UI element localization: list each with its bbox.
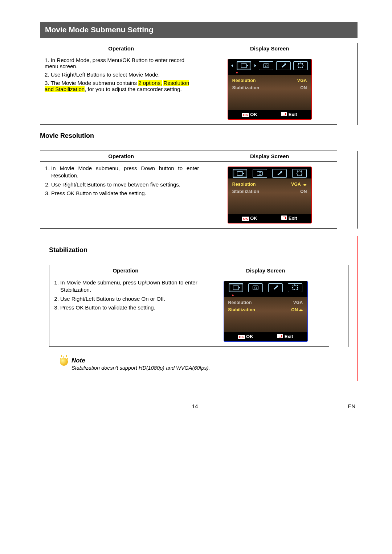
lcd-screenshot: ▼ Resolution VGA Stabilization ON bbox=[228, 59, 311, 119]
exit-icon bbox=[277, 334, 283, 338]
gutter bbox=[329, 265, 348, 276]
heading-stabilization: Stabilization bbox=[49, 246, 348, 254]
col-display: Display Screen bbox=[202, 43, 337, 54]
lcd-row: Stabilization ON◂▸ bbox=[228, 306, 304, 313]
lcd-ok: OKOK bbox=[238, 334, 253, 339]
gutter bbox=[329, 276, 348, 347]
step: Use Right/Left Buttons to move between f… bbox=[51, 181, 199, 188]
lcd-row: Resolution VGA bbox=[232, 77, 308, 84]
lr-arrows-icon: ◂▸ bbox=[298, 308, 303, 312]
up-indicator-icon: ▲ bbox=[224, 293, 307, 297]
note-title: Note bbox=[72, 357, 210, 364]
table-resolution: Operation Display Screen In Movie Mode s… bbox=[40, 151, 358, 229]
display-cell: ▼ Resolution VGA Stabilization ON bbox=[202, 54, 337, 125]
lcd-row: Stabilization ON bbox=[232, 84, 308, 91]
pen-tab-icon bbox=[272, 169, 287, 178]
settings-tab-icon bbox=[288, 283, 302, 292]
display-cell: Resolution VGA ◂▸ Stabilization ON OKOK … bbox=[202, 162, 337, 229]
lr-arrows-icon: ◂▸ bbox=[301, 182, 307, 186]
note-block: Note Stabilization doesn't support HD(10… bbox=[49, 357, 348, 371]
page-number: 14 bbox=[192, 403, 198, 409]
video-tab-icon bbox=[237, 61, 251, 70]
settings-tab-icon bbox=[292, 169, 307, 178]
page-footer: 14 EN bbox=[40, 403, 358, 409]
lcd-row: Resolution VGA bbox=[228, 299, 304, 306]
lcd-ok: OKOK bbox=[242, 112, 257, 117]
exit-icon bbox=[281, 112, 287, 116]
lcd-exit: Exit bbox=[277, 334, 293, 339]
gutter bbox=[337, 162, 358, 229]
display-cell: ▲ Resolution VGA Stabilization ON◂▸ bbox=[202, 276, 329, 347]
lcd-exit: Exit bbox=[281, 216, 297, 221]
operation-cell: In Movie Mode submenu, press Up/Down But… bbox=[49, 276, 202, 347]
stabilization-outline: Stabilization Operation Display Screen I… bbox=[40, 236, 358, 381]
col-display: Display Screen bbox=[202, 265, 329, 276]
photo-tab-icon bbox=[253, 169, 267, 178]
gutter bbox=[337, 54, 358, 125]
step: 2. Use Right/Left Buttons to select Movi… bbox=[45, 71, 197, 78]
table-stabilization: Operation Display Screen In Movie Mode s… bbox=[49, 265, 348, 347]
note-text: Stabilization doesn't support HD(1080p) … bbox=[72, 365, 210, 371]
step: In Movie Mode submenu, press Up/Down But… bbox=[60, 279, 199, 294]
settings-tab-icon bbox=[293, 61, 308, 70]
col-operation: Operation bbox=[40, 43, 202, 54]
lcd-row: Stabilization ON bbox=[232, 188, 308, 195]
lcd-screenshot: ▲ Resolution VGA Stabilization ON◂▸ bbox=[224, 281, 307, 341]
step: 1. In Record Mode, press Menu/OK Button … bbox=[45, 57, 197, 69]
lcd-ok: OKOK bbox=[242, 216, 257, 221]
step: Use Right/Left Buttons to choose On or O… bbox=[60, 295, 199, 303]
step: 3. The Movie Mode submenu contains 2 opt… bbox=[45, 80, 197, 92]
video-tab-icon bbox=[233, 169, 247, 178]
lcd-screenshot: Resolution VGA ◂▸ Stabilization ON OKOK … bbox=[228, 167, 311, 223]
exit-icon bbox=[281, 216, 287, 220]
photo-tab-icon bbox=[259, 61, 273, 70]
heading-movie-resolution: Movie Resolution bbox=[40, 132, 358, 140]
left-arrow-icon bbox=[231, 64, 233, 67]
step: In Movie Mode submenu, press Down button… bbox=[51, 165, 199, 180]
down-indicator-icon: ▼ bbox=[228, 71, 311, 75]
gutter bbox=[337, 151, 358, 162]
pen-tab-icon bbox=[276, 61, 291, 70]
video-tab-icon bbox=[229, 283, 243, 292]
table-movie-mode: Operation Display Screen 1. In Record Mo… bbox=[40, 43, 358, 125]
step: Press OK Button to validate the setting. bbox=[60, 304, 199, 311]
operation-cell: In Movie Mode submenu, press Down button… bbox=[40, 162, 202, 229]
page-title: Movie Mode Submenu Setting bbox=[40, 22, 358, 38]
photo-tab-icon bbox=[248, 283, 263, 292]
lcd-exit: Exit bbox=[281, 112, 297, 117]
lcd-row: Resolution VGA ◂▸ bbox=[232, 181, 308, 188]
lightbulb-icon bbox=[60, 358, 68, 366]
col-operation: Operation bbox=[40, 151, 202, 162]
step: Press OK Button to validate the setting. bbox=[51, 190, 199, 197]
gutter bbox=[337, 43, 358, 54]
operation-cell: 1. In Record Mode, press Menu/OK Button … bbox=[40, 54, 202, 125]
col-operation: Operation bbox=[49, 265, 202, 276]
page: Movie Mode Submenu Setting Operation Dis… bbox=[0, 0, 392, 427]
right-arrow-icon bbox=[254, 64, 256, 67]
lang-label: EN bbox=[348, 403, 355, 409]
col-display: Display Screen bbox=[202, 151, 337, 162]
pen-tab-icon bbox=[268, 283, 283, 292]
